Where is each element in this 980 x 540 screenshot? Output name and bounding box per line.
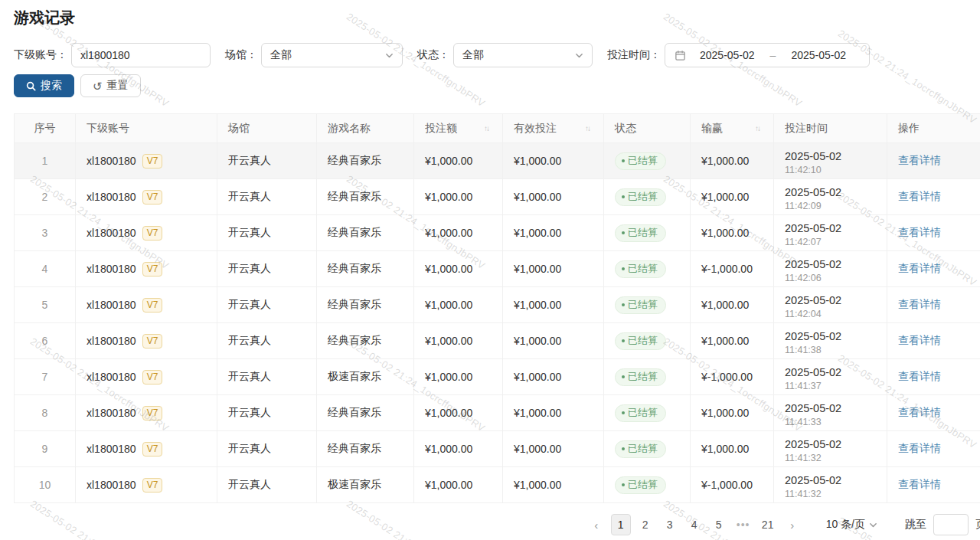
status-badge: 已结算	[615, 260, 666, 278]
search-icon	[26, 81, 36, 91]
win-loss-cell: ¥-1,000.00	[691, 251, 774, 287]
page-title: 游戏记录	[14, 8, 980, 28]
game-name-cell: 经典百家乐	[317, 323, 414, 359]
page-size-value: 10 条/页	[826, 518, 865, 532]
page-number-4[interactable]: 4	[684, 514, 704, 535]
account-cell: xl1800180V7	[76, 323, 217, 359]
calendar-icon	[675, 50, 686, 61]
status-dot-icon	[622, 375, 625, 378]
table-row: 1xl1800180V7开云真人经典百家乐¥1,000.00¥1,000.00已…	[15, 143, 980, 179]
bet-time: 11:41:33	[785, 416, 876, 428]
page-size-select[interactable]: 10 条/页	[826, 518, 877, 532]
status-dot-icon	[622, 339, 625, 342]
status-label: 已结算	[628, 371, 658, 383]
account-cell: xl1800180V7	[76, 251, 217, 287]
status-cell: 已结算	[604, 287, 691, 323]
view-details-link[interactable]: 查看详情	[898, 154, 941, 166]
bet-date: 2025-05-02	[785, 221, 876, 236]
bet-date: 2025-05-02	[785, 149, 876, 164]
status-badge: 已结算	[615, 296, 666, 314]
page-number-21[interactable]: 21	[758, 514, 778, 535]
bet-amount-cell: ¥1,000.00	[414, 359, 503, 395]
venue-cell: 开云真人	[217, 215, 317, 251]
venue-cell: 开云真人	[217, 359, 317, 395]
row-index: 4	[15, 251, 76, 287]
bet-time: 11:42:09	[785, 200, 876, 212]
bet-time: 11:42:07	[785, 236, 876, 248]
valid-bet-cell: ¥1,000.00	[503, 323, 604, 359]
status-select-value: 全部	[462, 48, 484, 62]
status-dot-icon	[622, 267, 625, 270]
bet-time-range-picker[interactable]: 2025-05-02 – 2025-05-02	[665, 43, 870, 67]
bet-time: 11:41:32	[785, 452, 876, 464]
page-number-5[interactable]: 5	[709, 514, 729, 535]
pagination-ellipsis[interactable]: •••	[733, 514, 753, 535]
view-details-link[interactable]: 查看详情	[898, 298, 941, 310]
sort-icon[interactable]: ↑↓	[585, 124, 593, 133]
venue-cell: 开云真人	[217, 287, 317, 323]
bet-amount-cell: ¥1,000.00	[414, 179, 503, 215]
status-badge: 已结算	[615, 476, 666, 494]
account-value: xl1800180	[87, 335, 136, 347]
view-details-link[interactable]: 查看详情	[898, 190, 941, 202]
search-button[interactable]: 搜索	[14, 74, 74, 97]
status-cell: 已结算	[604, 467, 691, 503]
page-number-3[interactable]: 3	[660, 514, 680, 535]
chevron-down-icon	[869, 521, 877, 529]
account-input[interactable]	[71, 43, 211, 67]
valid-bet-cell: ¥1,000.00	[503, 215, 604, 251]
row-index: 2	[15, 179, 76, 215]
row-index: 10	[15, 467, 76, 503]
status-select[interactable]: 全部	[453, 43, 593, 67]
sort-icon[interactable]: ↑↓	[755, 124, 763, 133]
game-name-cell: 经典百家乐	[317, 395, 414, 431]
venue-select[interactable]: 全部	[261, 43, 403, 67]
view-details-link[interactable]: 查看详情	[898, 370, 941, 382]
game-name-cell: 经典百家乐	[317, 287, 414, 323]
view-details-link[interactable]: 查看详情	[898, 262, 941, 274]
jump-input[interactable]	[933, 514, 969, 535]
column-header-6[interactable]: 有效投注↑↓	[503, 114, 604, 143]
column-header-8[interactable]: 输赢↑↓	[691, 114, 774, 143]
bet-time: 11:42:10	[785, 164, 876, 176]
status-dot-icon	[622, 447, 625, 450]
game-name-cell: 极速百家乐	[317, 359, 414, 395]
bet-amount-cell: ¥1,000.00	[414, 287, 503, 323]
status-dot-icon	[622, 303, 625, 306]
bet-date: 2025-05-02	[785, 293, 876, 308]
end-date-value[interactable]: 2025-05-02	[777, 49, 860, 61]
action-bar: 搜索 ↺ 重置	[14, 74, 980, 97]
reset-button[interactable]: ↺ 重置	[80, 74, 141, 97]
column-header-4: 游戏名称	[317, 114, 414, 143]
status-badge: 已结算	[615, 368, 666, 386]
pagination-prev[interactable]: ‹	[586, 514, 606, 535]
bet-date: 2025-05-02	[785, 401, 876, 416]
status-label: 已结算	[628, 479, 658, 491]
game-name-cell: 经典百家乐	[317, 251, 414, 287]
status-label: 已结算	[628, 227, 658, 239]
pagination-next[interactable]: ›	[782, 514, 802, 535]
view-details-link[interactable]: 查看详情	[898, 406, 941, 418]
status-badge: 已结算	[615, 188, 666, 206]
account-cell: xl1800180V7	[76, 287, 217, 323]
view-details-link[interactable]: 查看详情	[898, 334, 941, 346]
venue-cell: 开云真人	[217, 467, 317, 503]
filter-bet-time: 投注时间： 2025-05-02 – 2025-05-02	[607, 43, 870, 67]
column-header-5[interactable]: 投注额↑↓	[414, 114, 503, 143]
bet-date: 2025-05-02	[785, 437, 876, 452]
status-cell: 已结算	[604, 215, 691, 251]
vip-level-badge: V7	[142, 370, 163, 385]
row-index: 7	[15, 359, 76, 395]
game-name-cell: 经典百家乐	[317, 143, 414, 179]
page-number-2[interactable]: 2	[635, 514, 655, 535]
view-details-link[interactable]: 查看详情	[898, 478, 941, 490]
status-badge: 已结算	[615, 440, 666, 458]
sort-icon[interactable]: ↑↓	[484, 124, 492, 133]
start-date-value[interactable]: 2025-05-02	[686, 49, 769, 61]
valid-bet-cell: ¥1,000.00	[503, 467, 604, 503]
action-cell: 查看详情	[887, 251, 980, 287]
table-header-row: 序号下级账号场馆游戏名称投注额↑↓有效投注↑↓状态输赢↑↓投注时间操作	[15, 114, 980, 143]
page-number-1[interactable]: 1	[611, 514, 631, 535]
view-details-link[interactable]: 查看详情	[898, 442, 941, 454]
view-details-link[interactable]: 查看详情	[898, 226, 941, 238]
